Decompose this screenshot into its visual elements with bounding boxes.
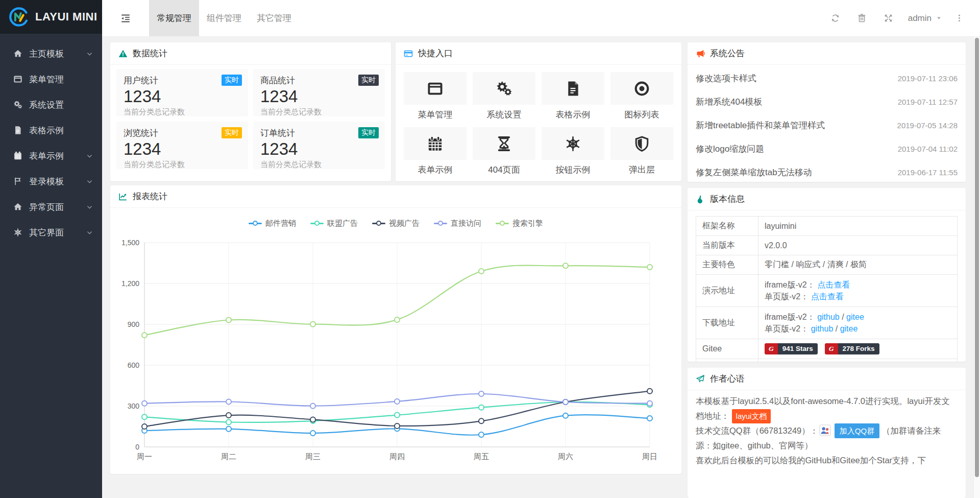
- legend-label: 视频广告: [389, 219, 420, 228]
- more-menu-button[interactable]: [951, 14, 967, 22]
- quick-entry-system-setting[interactable]: 系统设置: [473, 72, 535, 121]
- tab-general[interactable]: 常规管理: [149, 0, 199, 36]
- chevron-down-icon: [86, 178, 93, 185]
- link-点击查看[interactable]: 点击查看: [811, 292, 844, 301]
- snowflake-icon: [542, 127, 604, 160]
- sidebar-item-system-setting[interactable]: 系统设置: [0, 92, 102, 117]
- bullhorn-icon: [696, 49, 705, 58]
- notice-row[interactable]: 修改logo缩放问题2019-07-04 11:02: [688, 137, 966, 160]
- flag-icon: [13, 177, 24, 186]
- sidebar-item-error-page[interactable]: 异常页面: [0, 194, 102, 220]
- quick-entry-table-demo[interactable]: 表格示例: [542, 72, 604, 121]
- quick-entry-label: 系统设置: [473, 109, 535, 121]
- legend-item[interactable]: 直接访问: [434, 219, 481, 228]
- notice-list: 修改选项卡样式2019-07-11 23:06新增系统404模板2019-07-…: [688, 65, 966, 182]
- fullscreen-button[interactable]: [875, 13, 902, 23]
- quick-entry-card: 快捷入口 菜单管理系统设置表格示例图标列表表单示例404页面按钮示例弹出层: [396, 42, 681, 181]
- legend-item[interactable]: 视频广告: [372, 219, 420, 228]
- link-github[interactable]: github: [817, 313, 840, 321]
- qq-group-icon[interactable]: [819, 424, 831, 436]
- gitee-badge[interactable]: G278 Forks: [825, 343, 879, 354]
- chevron-down-icon: [86, 153, 93, 159]
- quick-entry-icon-list[interactable]: 图标列表: [610, 72, 673, 121]
- calendar-icon: [404, 127, 467, 160]
- stat-value: 1234: [124, 87, 241, 106]
- layui-doc-badge[interactable]: layui文档: [732, 409, 771, 423]
- svg-text:周一: 周一: [137, 452, 152, 461]
- notice-row[interactable]: 修改选项卡样式2019-07-11 23:06: [688, 66, 966, 90]
- clear-cache-button[interactable]: [849, 13, 875, 23]
- scrollbar-thumb[interactable]: [975, 38, 979, 477]
- fire-icon: [696, 195, 705, 204]
- gitee-badge[interactable]: G941 Stars: [765, 343, 818, 354]
- home-icon: [13, 202, 24, 212]
- quick-entry-menu-manage[interactable]: 菜单管理: [404, 72, 467, 121]
- realtime-badge: 实时: [222, 75, 242, 86]
- chevron-down-icon: [86, 204, 93, 210]
- notice-row[interactable]: 新增系统404模板2019-07-11 12:57: [688, 90, 966, 113]
- sidebar-item-table-demo[interactable]: 表格示例: [0, 117, 102, 143]
- sidebar-item-form-demo[interactable]: 表单示例: [0, 143, 102, 169]
- version-label: Github: [696, 359, 758, 362]
- version-label: 主要特色: [696, 255, 758, 275]
- gears-icon: [13, 100, 24, 110]
- topbar: 常规管理组件管理其它管理 admin: [102, 0, 980, 37]
- link-点击查看[interactable]: 点击查看: [817, 280, 850, 289]
- version-label: Gitee: [696, 339, 758, 359]
- kebab-icon: [955, 14, 964, 22]
- quick-entry-button-demo[interactable]: 按钮示例: [542, 127, 604, 176]
- tab-component[interactable]: 组件管理: [199, 0, 249, 36]
- svg-text:0: 0: [135, 443, 139, 451]
- version-row: GithubStar1,419Fork440: [696, 359, 958, 362]
- logo[interactable]: LAYUI MINI: [0, 0, 102, 34]
- legend-item[interactable]: 邮件营销: [249, 219, 296, 228]
- legend-label: 搜索引擎: [512, 219, 543, 228]
- legend-marker: [372, 220, 385, 226]
- sidebar-item-menu-manage[interactable]: 菜单管理: [0, 66, 102, 92]
- stat-desc: 当前分类总记录数: [124, 160, 241, 170]
- legend-item[interactable]: 搜索引擎: [496, 219, 543, 228]
- link-github[interactable]: github: [811, 324, 834, 333]
- user-menu[interactable]: admin: [902, 13, 951, 23]
- realtime-badge: 实时: [222, 127, 242, 138]
- gitee-badge-text: 941 Stars: [778, 343, 818, 354]
- quick-entry-page-404[interactable]: 404页面: [473, 127, 535, 176]
- quick-entry-label: 弹出层: [610, 164, 673, 176]
- collapse-sidebar-button[interactable]: [102, 0, 149, 36]
- quick-entry-form-demo[interactable]: 表单示例: [404, 127, 467, 176]
- gears-icon: [473, 72, 535, 105]
- tab-other[interactable]: 其它管理: [249, 0, 299, 36]
- tab-bar: 常规管理组件管理其它管理: [149, 0, 299, 36]
- notice-text: 修改logo缩放问题: [696, 143, 764, 155]
- sidebar-nav: 主页模板菜单管理系统设置表格示例表单示例登录模板异常页面其它界面: [0, 34, 102, 245]
- link-gitee[interactable]: gitee: [840, 324, 858, 333]
- quick-entry-label: 图标列表: [610, 109, 673, 121]
- refresh-button[interactable]: [822, 13, 849, 23]
- notice-row[interactable]: 新增treetable插件和菜单管理样式2019-07-05 14:28: [688, 113, 966, 137]
- sidebar-item-login-template[interactable]: 登录模板: [0, 169, 102, 194]
- sidebar-item-other-ui[interactable]: 其它界面: [0, 220, 102, 245]
- trash-icon: [857, 13, 867, 23]
- notice-date: 2019-07-04 11:02: [898, 145, 958, 153]
- quick-grid: 菜单管理系统设置表格示例图标列表表单示例404页面按钮示例弹出层: [396, 65, 681, 176]
- legend-marker: [310, 220, 324, 226]
- card-title-text: 报表统计: [133, 191, 167, 202]
- svg-text:600: 600: [128, 361, 140, 369]
- window-icon: [404, 72, 467, 105]
- realtime-badge: 实时: [358, 127, 379, 138]
- fullscreen-icon: [884, 13, 893, 23]
- chart-legend: 邮件营销联盟广告视频广告直接访问搜索引擎: [110, 217, 681, 229]
- notice-row[interactable]: 修复左侧菜单缩放tab无法移动2019-06-17 11:55: [688, 160, 966, 182]
- quick-entry-popup-layer[interactable]: 弹出层: [610, 127, 673, 176]
- report-line-chart: 周一周二周三周四周五周六周日03006009001,2001,500: [110, 231, 681, 474]
- join-qq-group-button[interactable]: 加入QQ群: [835, 423, 879, 439]
- svg-text:1,500: 1,500: [121, 239, 139, 247]
- quick-entry-label: 404页面: [473, 164, 535, 176]
- svg-text:900: 900: [128, 320, 140, 328]
- system-notice-card: 系统公告 修改选项卡样式2019-07-11 23:06新增系统404模板201…: [688, 42, 966, 182]
- sidebar-item-home-template[interactable]: 主页模板: [0, 41, 102, 66]
- paper-plane-icon: [696, 374, 705, 384]
- link-gitee[interactable]: gitee: [846, 313, 864, 321]
- page-scrollbar[interactable]: [973, 37, 980, 498]
- legend-item[interactable]: 联盟广告: [310, 219, 358, 228]
